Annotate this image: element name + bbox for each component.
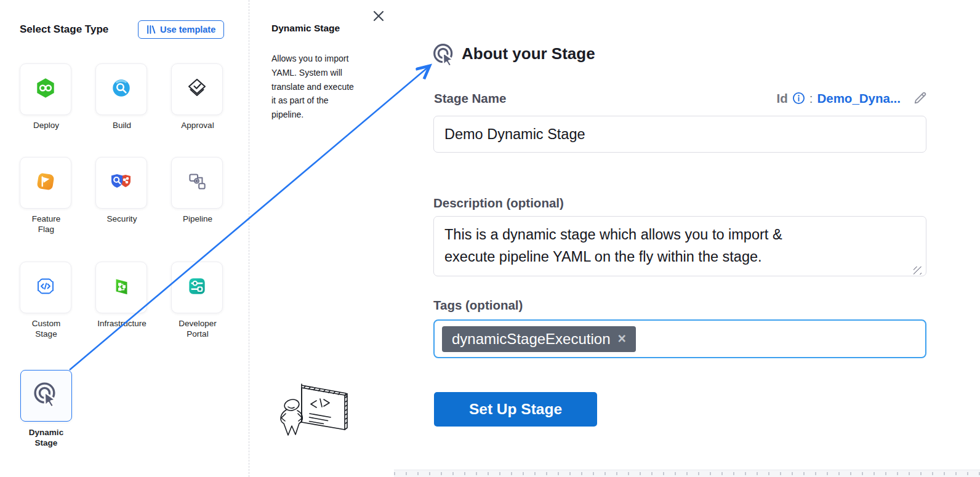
description-label: Description (optional) xyxy=(433,196,564,210)
tags-input[interactable]: dynamicStageExecution × xyxy=(433,319,926,358)
stage-id-row: Id : Demo_Dyna... xyxy=(777,90,928,106)
info-panel-title: Dynamic Stage xyxy=(271,23,340,34)
stage-label-feature-flag: Feature Flag xyxy=(6,214,87,234)
tags-label: Tags (optional) xyxy=(433,298,523,313)
info-panel-description: Allows you to import YAML. System will t… xyxy=(271,52,382,122)
stage-card-feature-flag[interactable] xyxy=(20,157,71,209)
dynamic-stage-icon xyxy=(32,380,60,411)
deploy-icon xyxy=(34,76,57,102)
stage-card-build[interactable] xyxy=(95,63,147,115)
developer-portal-icon xyxy=(185,275,209,300)
security-icon xyxy=(109,169,134,196)
infrastructure-icon xyxy=(110,275,133,300)
about-stage-icon xyxy=(432,42,457,70)
stage-label-dynamic-stage: Dynamic Stage xyxy=(6,427,87,448)
feature-flag-icon xyxy=(34,170,57,196)
build-icon xyxy=(110,76,133,102)
set-up-stage-button[interactable]: Set Up Stage xyxy=(434,392,597,427)
stage-card-pipeline[interactable] xyxy=(171,157,223,209)
stage-setup-screen: Select Stage Type Use template xyxy=(0,0,980,477)
stage-card-infrastructure[interactable] xyxy=(95,262,147,313)
stage-label-approval: Approval xyxy=(157,120,238,130)
about-stage-title: About your Stage xyxy=(462,44,595,63)
id-label: Id xyxy=(777,91,788,106)
info-icon[interactable] xyxy=(792,92,805,105)
select-stage-type-title: Select Stage Type xyxy=(20,23,108,36)
tag-remove-icon[interactable]: × xyxy=(617,332,625,346)
stage-name-input[interactable] xyxy=(433,116,926,153)
close-icon[interactable] xyxy=(372,9,385,23)
stage-card-developer-portal[interactable] xyxy=(171,262,223,313)
use-template-button[interactable]: Use template xyxy=(138,20,224,39)
stage-label-infrastructure: Infrastructure xyxy=(81,318,163,329)
whiteboard-illustration xyxy=(276,379,359,448)
edit-pencil-icon[interactable] xyxy=(912,90,928,106)
stage-label-deploy: Deploy xyxy=(6,120,87,130)
template-library-icon xyxy=(147,25,156,34)
stage-label-custom-stage: Custom Stage xyxy=(6,318,87,339)
tag-chip: dynamicStageExecution × xyxy=(442,326,636,352)
stage-card-dynamic-stage[interactable] xyxy=(20,370,72,422)
description-textarea[interactable]: This is a dynamic stage which allows you… xyxy=(433,216,926,276)
stage-label-security: Security xyxy=(81,214,163,224)
use-template-label: Use template xyxy=(160,25,215,34)
stage-card-custom-stage[interactable] xyxy=(20,262,71,313)
stage-card-approval[interactable] xyxy=(171,63,223,115)
approval-icon xyxy=(185,76,209,103)
stage-card-deploy[interactable] xyxy=(20,63,71,115)
stage-label-pipeline: Pipeline xyxy=(157,214,238,224)
stage-name-label: Stage Name xyxy=(434,91,506,106)
stage-label-developer-portal: Developer Portal xyxy=(157,318,238,339)
stage-card-security[interactable] xyxy=(95,157,147,209)
set-up-stage-label: Set Up Stage xyxy=(469,401,562,418)
panel-divider xyxy=(249,0,249,477)
stage-id-value[interactable]: Demo_Dyna... xyxy=(817,91,901,106)
pipeline-canvas-grid-strip xyxy=(394,470,980,477)
pipeline-icon xyxy=(185,170,209,196)
id-separator: : xyxy=(809,91,813,106)
custom-stage-icon xyxy=(34,275,57,300)
stage-label-build: Build xyxy=(81,120,163,130)
tag-chip-label: dynamicStageExecution xyxy=(452,331,610,348)
